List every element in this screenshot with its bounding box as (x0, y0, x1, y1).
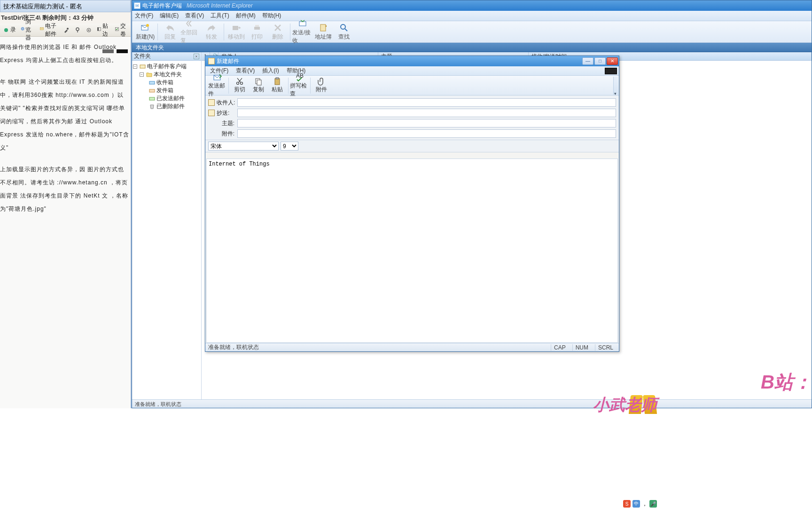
address-book-icon[interactable] (208, 110, 215, 116)
refresh-button[interactable] (61, 26, 71, 34)
mail-button[interactable]: 电子邮件 (38, 21, 60, 39)
window-controls: — □ ✕ (582, 57, 618, 65)
tree-root[interactable]: −电子邮件客户端 (133, 63, 200, 71)
send-receive-button[interactable]: 发送/接收 (292, 22, 313, 42)
record-button[interactable]: 录 (1, 25, 18, 35)
ime-mic-icon[interactable]: 🎤 (649, 500, 657, 508)
print-icon (252, 23, 262, 32)
close-folder-pane-button[interactable]: × (194, 54, 199, 59)
send-mail-button[interactable]: 发送邮件 (208, 77, 227, 95)
tree-deleted[interactable]: 已删除邮件 (133, 103, 200, 111)
cc-row: 抄送: (208, 108, 616, 118)
svg-rect-20 (149, 81, 155, 84)
collapse-icon[interactable]: − (133, 64, 137, 69)
attach-button[interactable]: 附件 (312, 77, 331, 95)
mail-app-icon: ✉ (134, 2, 141, 9)
target-icon (86, 27, 92, 33)
browser-button[interactable]: 浏览器 (19, 17, 37, 43)
mail-statusbar: 准备就绪，联机状态 (132, 399, 812, 408)
ime-bar: S 中 ， 🎤 (623, 500, 657, 508)
compose-menu-insert[interactable]: 插入(I) (262, 67, 279, 75)
exam-panel: 技术基础应用能力测试 - 匿名 TestDir\张三4\ 剩余时间：43 分钟 … (0, 0, 132, 408)
subject-label: 主题: (217, 119, 235, 127)
back-button[interactable] (72, 26, 83, 34)
exam-paragraph: 年 物联网 这个词频繁出现在 IT 关的新闻报道中，请利用360搜索 http:… (0, 75, 130, 154)
toolbar-overflow-button[interactable] (613, 77, 618, 95)
forward-button[interactable] (84, 26, 94, 34)
submit-button[interactable]: 交卷 (113, 21, 130, 39)
menu-file[interactable]: 文件(F) (135, 12, 153, 20)
move-to-button[interactable]: 移动到 (226, 22, 247, 42)
dock-icon (97, 27, 102, 33)
cut-button[interactable]: 剪切 (230, 77, 249, 95)
reply-all-button[interactable]: 全部回复 (180, 22, 201, 42)
delete-button[interactable]: 删除 (267, 22, 288, 42)
minimize-button[interactable]: — (582, 57, 593, 65)
find-button[interactable]: 查找 (334, 22, 354, 42)
wrench-icon (63, 27, 70, 33)
delete-icon (273, 23, 282, 32)
folder-header-label: 文件夹 (134, 52, 151, 60)
tree-sent[interactable]: 已发送邮件 (133, 95, 200, 103)
svg-point-4 (76, 28, 79, 31)
mail-titlebar[interactable]: ✉ 电子邮件客户端 Microsoft Internet Explorer (132, 0, 812, 11)
attach-input[interactable] (237, 129, 616, 138)
cc-label: 抄送: (217, 109, 235, 117)
inbox-icon (149, 79, 155, 86)
copy-button[interactable]: 复制 (249, 77, 268, 95)
forward-button[interactable]: 转发 (201, 22, 222, 42)
move-icon (232, 23, 241, 32)
svg-rect-21 (149, 89, 155, 92)
tree-outbox[interactable]: 发件箱 (133, 87, 200, 95)
to-input[interactable] (237, 98, 616, 107)
svg-point-3 (67, 28, 69, 30)
paperclip-icon (317, 77, 326, 86)
menu-help[interactable]: 帮助(H) (262, 12, 281, 20)
tree-local-folders[interactable]: −本地文件夹 (133, 71, 200, 79)
address-book-button[interactable]: 地址簿 (313, 22, 334, 42)
ime-sogou-icon[interactable]: S (623, 500, 631, 508)
message-body-editor[interactable]: Internet of Things (206, 159, 618, 343)
cc-input[interactable] (237, 109, 616, 117)
close-button[interactable]: ✕ (607, 57, 618, 65)
svg-text:ABC: ABC (296, 73, 304, 79)
new-mail-button[interactable]: 新建(N) (135, 22, 156, 42)
paste-button[interactable]: 粘贴 (268, 77, 287, 95)
reply-icon (165, 23, 175, 32)
scissors-icon (235, 77, 244, 86)
collapse-icon[interactable]: − (140, 72, 144, 77)
spellcheck-button[interactable]: ABC拼写检查 (290, 77, 309, 95)
svg-rect-16 (320, 24, 326, 31)
pin-icon (74, 27, 81, 33)
compose-menu-view[interactable]: 查看(V) (236, 67, 255, 75)
folder-pane-header: 文件夹 × (132, 52, 201, 61)
address-book-icon[interactable] (208, 99, 215, 106)
compose-statusbar: 准备就绪，联机状态 CAP NUM SCRL (205, 343, 619, 351)
reply-button[interactable]: 回复 (160, 22, 180, 42)
ime-punct[interactable]: ， (642, 500, 648, 508)
watermark-site: B站： (761, 369, 812, 395)
format-toolbar: 宋体 9 (205, 140, 619, 152)
menu-mail[interactable]: 邮件(M) (236, 12, 256, 20)
ime-lang-badge[interactable]: 中 (632, 500, 640, 508)
subject-input[interactable] (237, 119, 616, 127)
maximize-button[interactable]: □ (594, 57, 606, 65)
font-family-select[interactable]: 宋体 (208, 142, 279, 151)
svg-point-0 (4, 28, 8, 32)
svg-rect-13 (254, 27, 260, 30)
tree-inbox[interactable]: 收件箱 (133, 79, 200, 87)
find-icon (339, 23, 349, 32)
svg-point-18 (341, 24, 345, 29)
reply-all-icon (186, 19, 195, 28)
font-size-select[interactable]: 9 (281, 142, 298, 151)
mail-location-bar: 本地文件夹 (132, 43, 812, 52)
copy-icon (254, 77, 263, 86)
drag-handle[interactable] (102, 49, 128, 53)
menu-tool[interactable]: 工具(T) (211, 12, 229, 20)
mail-title-text: 电子邮件客户端 (142, 2, 182, 10)
menu-edit[interactable]: 编辑(E) (160, 12, 179, 20)
paste-side-button[interactable]: 贴边 (95, 21, 112, 39)
compose-icon (208, 58, 215, 64)
print-button[interactable]: 打印 (247, 22, 267, 42)
compose-titlebar[interactable]: 新建邮件 — □ ✕ (205, 56, 619, 66)
